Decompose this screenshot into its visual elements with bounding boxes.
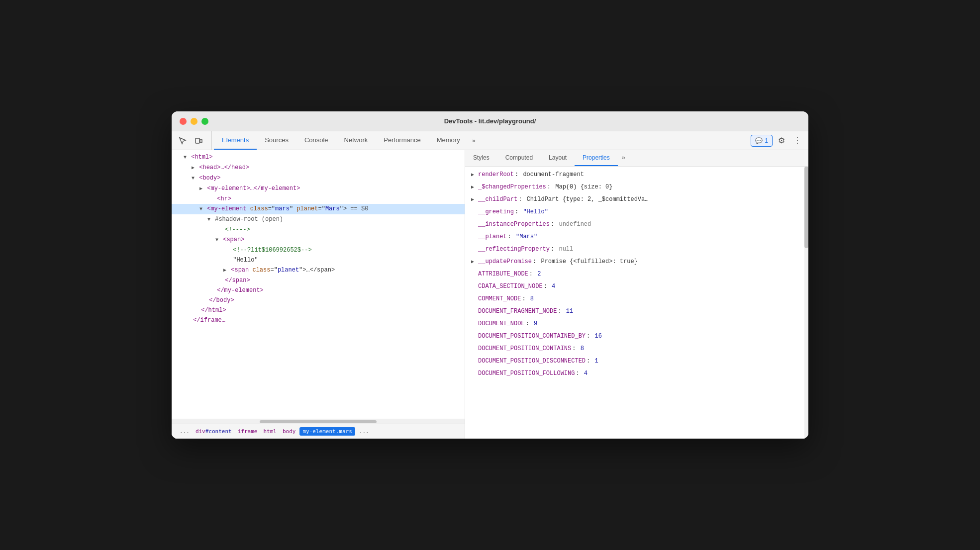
prop-changedProperties[interactable]: ▶ _$changedProperties : Map(0) {size: 0}: [465, 181, 804, 193]
dom-comment-1-line[interactable]: <!---->: [172, 225, 465, 235]
breadcrumb-ellipsis-start[interactable]: ...: [178, 427, 192, 436]
collapse-triangle: ▼: [207, 217, 210, 222]
prop-DOCUMENT_POSITION_CONTAINS[interactable]: ▶ DOCUMENT_POSITION_CONTAINS : 8: [465, 343, 804, 355]
devtools-window: DevTools - lit.dev/playground/ Elements …: [172, 111, 808, 439]
dom-scrollbar[interactable]: [172, 419, 465, 424]
expand-triangle: ▶: [192, 165, 195, 171]
dom-my-element-1-line[interactable]: ▶ <my-element>…</my-element>: [172, 183, 465, 194]
tab-elements[interactable]: Elements: [214, 131, 257, 150]
dom-my-element-selected-line[interactable]: ▼ <my-element class="mars" planet="Mars"…: [172, 204, 465, 214]
collapse-triangle: ▼: [215, 237, 218, 243]
props-panel: Styles Computed Layout Properties »: [465, 150, 808, 439]
prop-COMMENT_NODE[interactable]: ▶ COMMENT_NODE : 8: [465, 293, 804, 305]
prop-CDATA_SECTION_NODE[interactable]: ▶ CDATA_SECTION_NODE : 4: [465, 280, 804, 293]
breadcrumb-div-content[interactable]: div#content: [194, 427, 234, 436]
svg-rect-1: [200, 139, 202, 143]
expand-triangle: ▶: [223, 268, 226, 273]
dom-head-line[interactable]: ▶ <head>…</head>: [172, 163, 465, 173]
expand-triangle: ▶: [199, 186, 202, 191]
expand-icon[interactable]: ▶: [471, 195, 476, 205]
dom-tree[interactable]: ▼ <html> ▶ <head>…</head> ▼ <body> ▶ <my…: [172, 150, 465, 419]
tab-computed[interactable]: Computed: [497, 150, 541, 166]
more-props-tabs-button[interactable]: »: [618, 150, 629, 166]
device-toggle-icon[interactable]: [192, 134, 205, 148]
prop-ATTRIBUTE_NODE[interactable]: ▶ ATTRIBUTE_NODE : 2: [465, 268, 804, 280]
breadcrumb-iframe[interactable]: iframe: [236, 427, 260, 436]
settings-button[interactable]: ⚙: [775, 134, 788, 148]
tab-network[interactable]: Network: [336, 131, 376, 150]
expand-icon[interactable]: ▶: [471, 257, 476, 267]
dom-iframe-line[interactable]: </iframe…: [172, 315, 465, 325]
minimize-button[interactable]: [191, 118, 197, 125]
main-toolbar: Elements Sources Console Network Perform…: [172, 131, 808, 150]
tab-properties[interactable]: Properties: [575, 150, 618, 166]
dom-html-line[interactable]: ▼ <html>: [172, 152, 465, 163]
title-bar: DevTools - lit.dev/playground/: [172, 111, 808, 131]
tab-bar: Elements Sources Console Network Perform…: [214, 131, 751, 150]
dom-hello-text-line[interactable]: "Hello": [172, 255, 465, 265]
prop-greeting[interactable]: ▶ __greeting : "Hello": [465, 206, 804, 218]
tab-sources[interactable]: Sources: [257, 131, 296, 150]
more-options-button[interactable]: ⋮: [790, 134, 804, 148]
collapse-triangle: ▼: [192, 176, 195, 181]
prop-childPart[interactable]: ▶ __childPart : ChildPart {type: 2, _$co…: [465, 193, 804, 206]
breadcrumb-my-element-active[interactable]: my-element.mars: [299, 427, 355, 436]
dom-body-line[interactable]: ▼ <body>: [172, 173, 465, 183]
prop-DOCUMENT_POSITION_FOLLOWING[interactable]: ▶ DOCUMENT_POSITION_FOLLOWING : 4: [465, 367, 804, 380]
prop-updatePromise[interactable]: ▶ __updatePromise : Promise {<fulfilled>…: [465, 256, 804, 268]
props-wrapper: ▶ renderRoot : document-fragment ▶ _$cha…: [465, 167, 808, 439]
main-content: ▼ <html> ▶ <head>…</head> ▼ <body> ▶ <my…: [172, 150, 808, 439]
badge-count: 1: [765, 137, 768, 144]
dom-close-my-element-inner-line[interactable]: </my-element>: [172, 285, 465, 295]
expand-icon[interactable]: ▶: [471, 183, 476, 192]
tab-memory[interactable]: Memory: [429, 131, 468, 150]
prop-instanceProperties[interactable]: ▶ __instanceProperties : undefined: [465, 218, 804, 231]
window-title: DevTools - lit.dev/playground/: [444, 117, 536, 125]
dom-close-html-line[interactable]: </html>: [172, 305, 465, 315]
console-messages-button[interactable]: 💬 1: [751, 135, 773, 147]
dom-close-span-line[interactable]: </span>: [172, 275, 465, 285]
inspect-element-icon[interactable]: [176, 134, 190, 148]
tab-styles[interactable]: Styles: [465, 150, 497, 166]
prop-renderRoot[interactable]: ▶ renderRoot : document-fragment: [465, 169, 804, 181]
dom-span-planet-line[interactable]: ▶ <span class="planet">…</span>: [172, 265, 465, 275]
traffic-lights: [180, 118, 208, 125]
prop-DOCUMENT_POSITION_DISCONNECTED[interactable]: ▶ DOCUMENT_POSITION_DISCONNECTED : 1: [465, 355, 804, 367]
collapse-triangle: ▼: [184, 155, 187, 160]
close-button[interactable]: [180, 118, 187, 125]
breadcrumb-ellipsis-end[interactable]: ...: [357, 427, 371, 436]
prop-reflectingProperty[interactable]: ▶ __reflectingProperty : null: [465, 243, 804, 256]
toolbar-icons: [176, 131, 212, 150]
tab-layout[interactable]: Layout: [541, 150, 575, 166]
prop-DOCUMENT_NODE[interactable]: ▶ DOCUMENT_NODE : 9: [465, 318, 804, 330]
props-scrollbar[interactable]: [804, 167, 808, 439]
prop-DOCUMENT_POSITION_CONTAINED_BY[interactable]: ▶ DOCUMENT_POSITION_CONTAINED_BY : 16: [465, 330, 804, 343]
dom-span-line[interactable]: ▼ <span>: [172, 235, 465, 245]
expand-icon[interactable]: ▶: [471, 170, 476, 180]
breadcrumb: ... div#content iframe html body my-elem…: [172, 424, 465, 439]
dom-shadow-root-line[interactable]: ▼ #shadow-root (open): [172, 214, 465, 225]
chat-icon: 💬: [755, 137, 763, 144]
tab-console[interactable]: Console: [296, 131, 336, 150]
prop-planet[interactable]: ▶ __planet : "Mars": [465, 231, 804, 243]
props-content[interactable]: ▶ renderRoot : document-fragment ▶ _$cha…: [465, 167, 804, 439]
maximize-button[interactable]: [201, 118, 208, 125]
breadcrumb-body[interactable]: body: [281, 427, 298, 436]
dom-lit-comment-line[interactable]: <!--?lit$106992652$-->: [172, 245, 465, 255]
dom-scrollbar-thumb: [260, 420, 377, 423]
more-tabs-button[interactable]: »: [468, 131, 480, 150]
props-tabs: Styles Computed Layout Properties »: [465, 150, 808, 167]
collapse-triangle: ▼: [199, 206, 202, 212]
props-scrollbar-thumb: [804, 167, 808, 248]
dom-hr-line[interactable]: <hr>: [172, 194, 465, 204]
dom-close-body-line[interactable]: </body>: [172, 295, 465, 305]
tab-performance[interactable]: Performance: [376, 131, 428, 150]
svg-rect-0: [196, 138, 199, 143]
dom-panel: ▼ <html> ▶ <head>…</head> ▼ <body> ▶ <my…: [172, 150, 465, 439]
breadcrumb-html[interactable]: html: [261, 427, 279, 436]
prop-DOCUMENT_FRAGMENT_NODE[interactable]: ▶ DOCUMENT_FRAGMENT_NODE : 11: [465, 305, 804, 318]
toolbar-right: 💬 1 ⚙ ⋮: [751, 131, 804, 150]
